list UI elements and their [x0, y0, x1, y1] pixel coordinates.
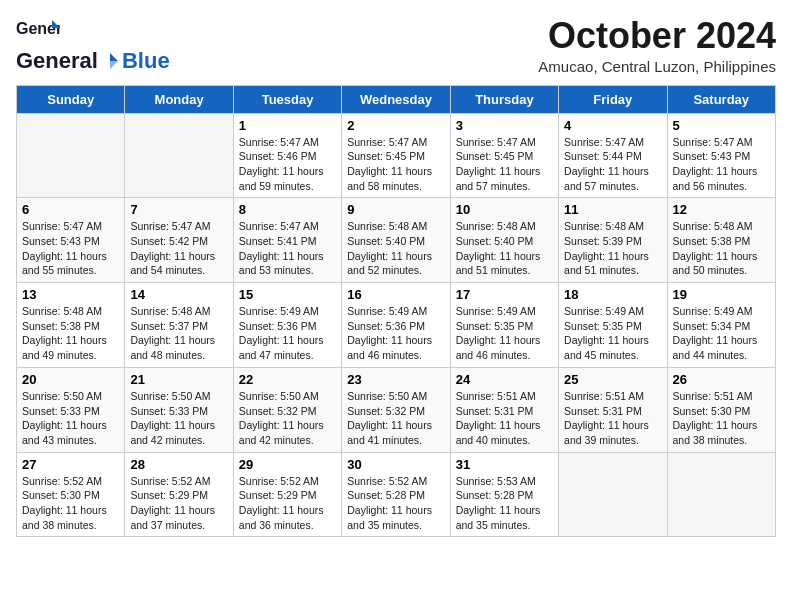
- day-detail: Sunrise: 5:47 AMSunset: 5:44 PMDaylight:…: [564, 135, 661, 194]
- day-detail: Sunrise: 5:52 AMSunset: 5:29 PMDaylight:…: [130, 474, 227, 533]
- day-number: 16: [347, 287, 444, 302]
- day-cell: 15Sunrise: 5:49 AMSunset: 5:36 PMDayligh…: [233, 283, 341, 368]
- day-cell: 27Sunrise: 5:52 AMSunset: 5:30 PMDayligh…: [17, 452, 125, 537]
- day-cell: 16Sunrise: 5:49 AMSunset: 5:36 PMDayligh…: [342, 283, 450, 368]
- month-title: October 2024: [538, 16, 776, 56]
- col-header-sunday: Sunday: [17, 85, 125, 113]
- day-number: 5: [673, 118, 770, 133]
- day-cell: 26Sunrise: 5:51 AMSunset: 5:30 PMDayligh…: [667, 367, 775, 452]
- day-detail: Sunrise: 5:52 AMSunset: 5:28 PMDaylight:…: [347, 474, 444, 533]
- logo-general: General: [16, 48, 98, 74]
- day-number: 23: [347, 372, 444, 387]
- day-number: 31: [456, 457, 553, 472]
- day-cell: 18Sunrise: 5:49 AMSunset: 5:35 PMDayligh…: [559, 283, 667, 368]
- col-header-saturday: Saturday: [667, 85, 775, 113]
- day-cell: [125, 113, 233, 198]
- day-cell: 7Sunrise: 5:47 AMSunset: 5:42 PMDaylight…: [125, 198, 233, 283]
- day-detail: Sunrise: 5:51 AMSunset: 5:30 PMDaylight:…: [673, 389, 770, 448]
- day-cell: 23Sunrise: 5:50 AMSunset: 5:32 PMDayligh…: [342, 367, 450, 452]
- day-cell: 22Sunrise: 5:50 AMSunset: 5:32 PMDayligh…: [233, 367, 341, 452]
- day-detail: Sunrise: 5:50 AMSunset: 5:33 PMDaylight:…: [22, 389, 119, 448]
- day-detail: Sunrise: 5:47 AMSunset: 5:45 PMDaylight:…: [456, 135, 553, 194]
- day-number: 10: [456, 202, 553, 217]
- day-cell: [667, 452, 775, 537]
- day-number: 22: [239, 372, 336, 387]
- day-cell: 13Sunrise: 5:48 AMSunset: 5:38 PMDayligh…: [17, 283, 125, 368]
- day-detail: Sunrise: 5:48 AMSunset: 5:40 PMDaylight:…: [347, 219, 444, 278]
- day-number: 28: [130, 457, 227, 472]
- day-number: 3: [456, 118, 553, 133]
- day-detail: Sunrise: 5:51 AMSunset: 5:31 PMDaylight:…: [564, 389, 661, 448]
- day-number: 7: [130, 202, 227, 217]
- svg-marker-4: [110, 61, 118, 69]
- day-detail: Sunrise: 5:49 AMSunset: 5:35 PMDaylight:…: [564, 304, 661, 363]
- day-detail: Sunrise: 5:48 AMSunset: 5:38 PMDaylight:…: [673, 219, 770, 278]
- day-cell: 17Sunrise: 5:49 AMSunset: 5:35 PMDayligh…: [450, 283, 558, 368]
- logo-icon: General: [16, 16, 60, 48]
- week-row-5: 27Sunrise: 5:52 AMSunset: 5:30 PMDayligh…: [17, 452, 776, 537]
- day-detail: Sunrise: 5:48 AMSunset: 5:37 PMDaylight:…: [130, 304, 227, 363]
- day-cell: 29Sunrise: 5:52 AMSunset: 5:29 PMDayligh…: [233, 452, 341, 537]
- day-cell: 14Sunrise: 5:48 AMSunset: 5:37 PMDayligh…: [125, 283, 233, 368]
- day-detail: Sunrise: 5:49 AMSunset: 5:35 PMDaylight:…: [456, 304, 553, 363]
- location-subtitle: Amucao, Central Luzon, Philippines: [538, 58, 776, 75]
- day-cell: 31Sunrise: 5:53 AMSunset: 5:28 PMDayligh…: [450, 452, 558, 537]
- week-row-4: 20Sunrise: 5:50 AMSunset: 5:33 PMDayligh…: [17, 367, 776, 452]
- week-row-3: 13Sunrise: 5:48 AMSunset: 5:38 PMDayligh…: [17, 283, 776, 368]
- day-detail: Sunrise: 5:48 AMSunset: 5:39 PMDaylight:…: [564, 219, 661, 278]
- day-detail: Sunrise: 5:47 AMSunset: 5:41 PMDaylight:…: [239, 219, 336, 278]
- day-detail: Sunrise: 5:49 AMSunset: 5:36 PMDaylight:…: [347, 304, 444, 363]
- day-cell: 5Sunrise: 5:47 AMSunset: 5:43 PMDaylight…: [667, 113, 775, 198]
- svg-marker-3: [110, 53, 118, 61]
- day-detail: Sunrise: 5:47 AMSunset: 5:43 PMDaylight:…: [22, 219, 119, 278]
- day-detail: Sunrise: 5:47 AMSunset: 5:43 PMDaylight:…: [673, 135, 770, 194]
- page-header: General General Blue October 2024 Amucao…: [16, 16, 776, 75]
- logo: General General Blue: [16, 16, 170, 74]
- day-number: 14: [130, 287, 227, 302]
- day-detail: Sunrise: 5:50 AMSunset: 5:33 PMDaylight:…: [130, 389, 227, 448]
- day-cell: 24Sunrise: 5:51 AMSunset: 5:31 PMDayligh…: [450, 367, 558, 452]
- day-number: 30: [347, 457, 444, 472]
- day-cell: 25Sunrise: 5:51 AMSunset: 5:31 PMDayligh…: [559, 367, 667, 452]
- day-cell: 21Sunrise: 5:50 AMSunset: 5:33 PMDayligh…: [125, 367, 233, 452]
- day-number: 11: [564, 202, 661, 217]
- day-number: 21: [130, 372, 227, 387]
- day-cell: 30Sunrise: 5:52 AMSunset: 5:28 PMDayligh…: [342, 452, 450, 537]
- col-header-thursday: Thursday: [450, 85, 558, 113]
- logo-flag-icon: [100, 51, 120, 71]
- day-detail: Sunrise: 5:53 AMSunset: 5:28 PMDaylight:…: [456, 474, 553, 533]
- col-header-friday: Friday: [559, 85, 667, 113]
- day-cell: 12Sunrise: 5:48 AMSunset: 5:38 PMDayligh…: [667, 198, 775, 283]
- day-number: 17: [456, 287, 553, 302]
- day-number: 18: [564, 287, 661, 302]
- day-cell: 28Sunrise: 5:52 AMSunset: 5:29 PMDayligh…: [125, 452, 233, 537]
- day-detail: Sunrise: 5:47 AMSunset: 5:46 PMDaylight:…: [239, 135, 336, 194]
- day-number: 6: [22, 202, 119, 217]
- day-detail: Sunrise: 5:48 AMSunset: 5:40 PMDaylight:…: [456, 219, 553, 278]
- day-number: 15: [239, 287, 336, 302]
- day-cell: 1Sunrise: 5:47 AMSunset: 5:46 PMDaylight…: [233, 113, 341, 198]
- day-cell: 4Sunrise: 5:47 AMSunset: 5:44 PMDaylight…: [559, 113, 667, 198]
- day-number: 27: [22, 457, 119, 472]
- day-cell: 11Sunrise: 5:48 AMSunset: 5:39 PMDayligh…: [559, 198, 667, 283]
- day-detail: Sunrise: 5:52 AMSunset: 5:30 PMDaylight:…: [22, 474, 119, 533]
- day-cell: [559, 452, 667, 537]
- day-detail: Sunrise: 5:52 AMSunset: 5:29 PMDaylight:…: [239, 474, 336, 533]
- day-detail: Sunrise: 5:49 AMSunset: 5:34 PMDaylight:…: [673, 304, 770, 363]
- col-header-tuesday: Tuesday: [233, 85, 341, 113]
- day-cell: 8Sunrise: 5:47 AMSunset: 5:41 PMDaylight…: [233, 198, 341, 283]
- day-detail: Sunrise: 5:48 AMSunset: 5:38 PMDaylight:…: [22, 304, 119, 363]
- col-header-monday: Monday: [125, 85, 233, 113]
- day-cell: 6Sunrise: 5:47 AMSunset: 5:43 PMDaylight…: [17, 198, 125, 283]
- title-block: October 2024 Amucao, Central Luzon, Phil…: [538, 16, 776, 75]
- day-number: 29: [239, 457, 336, 472]
- day-cell: 20Sunrise: 5:50 AMSunset: 5:33 PMDayligh…: [17, 367, 125, 452]
- week-row-2: 6Sunrise: 5:47 AMSunset: 5:43 PMDaylight…: [17, 198, 776, 283]
- day-detail: Sunrise: 5:50 AMSunset: 5:32 PMDaylight:…: [347, 389, 444, 448]
- day-number: 19: [673, 287, 770, 302]
- day-number: 4: [564, 118, 661, 133]
- day-detail: Sunrise: 5:47 AMSunset: 5:45 PMDaylight:…: [347, 135, 444, 194]
- day-number: 9: [347, 202, 444, 217]
- day-cell: 10Sunrise: 5:48 AMSunset: 5:40 PMDayligh…: [450, 198, 558, 283]
- day-cell: [17, 113, 125, 198]
